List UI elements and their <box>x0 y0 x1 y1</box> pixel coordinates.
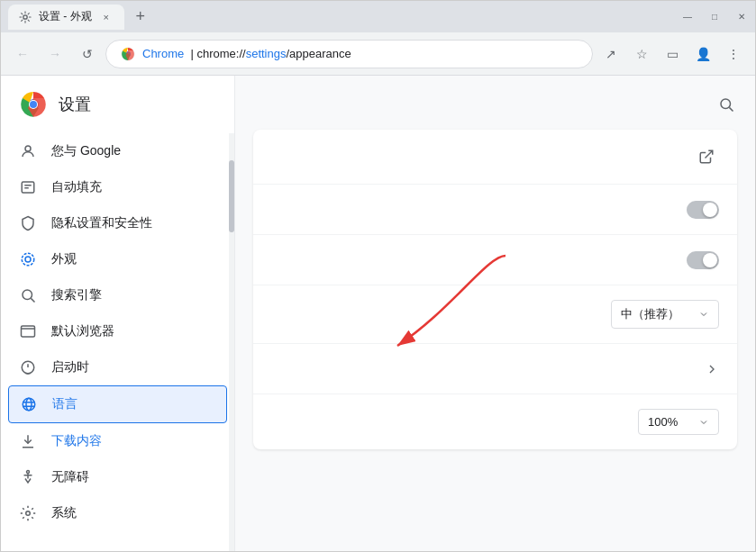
menu-button[interactable]: ⋮ <box>719 40 748 68</box>
settings-row-dropdown-1: 中（推荐） <box>253 285 737 344</box>
sidebar-label-system: 系统 <box>51 505 77 521</box>
address-right-buttons: ↗ ☆ ▭ 👤 ⋮ <box>597 40 748 68</box>
content-area: 中（推荐） 100% <box>235 76 755 551</box>
chrome-icon <box>121 47 135 61</box>
toggle-2[interactable] <box>687 251 719 269</box>
settings-title: 设置 <box>59 94 91 115</box>
sidebar-item-system[interactable]: 系统 <box>1 495 234 531</box>
sidebar-label-autofill: 自动填充 <box>51 179 102 195</box>
sidebar-label-you-google: 您与 Google <box>51 143 121 159</box>
svg-point-11 <box>22 253 34 266</box>
svg-point-0 <box>23 14 27 18</box>
refresh-button[interactable]: ↺ <box>73 40 102 68</box>
svg-rect-14 <box>22 326 35 337</box>
svg-point-27 <box>26 511 31 516</box>
svg-line-13 <box>31 298 34 302</box>
bookmark-button[interactable]: ☆ <box>627 40 656 68</box>
browser-window: 设置 - 外观 × + — □ ✕ ← → ↺ Chrom <box>0 0 756 552</box>
settings-row-external <box>253 130 737 185</box>
address-input[interactable]: Chrome | chrome://settings/appearance <box>105 40 593 68</box>
sidebar: 设置 您与 Google <box>1 76 235 551</box>
shield-icon <box>19 214 37 232</box>
svg-point-28 <box>721 99 731 109</box>
sidebar-item-language[interactable]: 语言 <box>8 385 227 423</box>
sidebar-item-you-google[interactable]: 您与 Google <box>1 133 234 169</box>
sidebar-item-appearance[interactable]: 外观 <box>1 241 234 277</box>
startup-icon <box>19 358 37 376</box>
scrollbar-track[interactable] <box>229 133 234 551</box>
sidebar-item-accessibility[interactable]: 无障碍 <box>1 459 234 495</box>
settings-row-arrow[interactable] <box>253 344 737 394</box>
window-controls: — □ ✕ <box>681 11 748 23</box>
address-bar: ← → ↺ Chrome | chrome://settings/appeara… <box>1 32 755 76</box>
dropdown-1[interactable]: 中（推荐） <box>611 300 719 329</box>
content-search-button[interactable] <box>712 90 741 119</box>
sidebar-label-accessibility: 无障碍 <box>51 469 89 485</box>
share-button[interactable]: ↗ <box>597 40 625 68</box>
sidebar-toggle-button[interactable]: ▭ <box>658 40 687 68</box>
title-bar-left: 设置 - 外观 × + <box>8 5 153 30</box>
maximize-button[interactable]: □ <box>708 11 721 23</box>
download-icon <box>19 432 37 450</box>
person-icon <box>19 142 37 160</box>
svg-point-24 <box>27 471 30 474</box>
sidebar-item-browser[interactable]: 默认浏览器 <box>1 313 234 349</box>
sidebar-nav: 您与 Google 自动填充 <box>1 133 234 549</box>
settings-card: 中（推荐） 100% <box>253 130 737 449</box>
external-link-icon <box>698 149 715 165</box>
new-tab-button[interactable]: + <box>128 5 153 30</box>
chevron-right-icon <box>705 362 719 376</box>
tab-close-button[interactable]: × <box>99 10 114 24</box>
sidebar-label-downloads: 下载内容 <box>51 433 102 449</box>
system-icon <box>19 504 37 522</box>
tab-label: 设置 - 外观 <box>39 9 92 24</box>
dropdown-2[interactable]: 100% <box>638 409 719 435</box>
svg-point-19 <box>26 398 32 411</box>
minimize-button[interactable]: — <box>681 11 694 23</box>
svg-point-6 <box>25 146 31 151</box>
sidebar-label-startup: 启动时 <box>51 359 89 376</box>
active-tab[interactable]: 设置 - 外观 × <box>8 5 124 30</box>
svg-point-18 <box>23 398 35 411</box>
sidebar-label-privacy: 隐私设置和安全性 <box>51 215 152 231</box>
sidebar-header: 设置 <box>1 76 234 133</box>
language-icon <box>20 395 38 413</box>
toggle-1[interactable] <box>687 201 719 219</box>
dropdown-2-value: 100% <box>648 415 678 429</box>
back-button[interactable]: ← <box>8 40 37 68</box>
search-icon <box>19 286 37 304</box>
appearance-icon <box>19 250 37 268</box>
dropdown-1-value: 中（推荐） <box>621 306 679 322</box>
svg-line-29 <box>729 107 733 111</box>
accessibility-icon <box>19 468 37 486</box>
settings-row-dropdown-2: 100% <box>253 394 737 449</box>
external-link-button[interactable] <box>694 144 719 169</box>
url-chrome-prefix: Chrome <box>142 47 184 60</box>
sidebar-label-search: 搜索引擎 <box>51 287 102 303</box>
svg-point-10 <box>25 257 31 262</box>
sidebar-label-language: 语言 <box>52 396 77 412</box>
forward-button[interactable]: → <box>41 40 69 68</box>
settings-row-toggle-1 <box>253 185 737 235</box>
close-button[interactable]: ✕ <box>735 11 748 23</box>
settings-row-toggle-2 <box>253 235 737 285</box>
chrome-logo <box>19 90 48 119</box>
sidebar-item-search[interactable]: 搜索引擎 <box>1 277 234 313</box>
search-icon <box>718 96 734 113</box>
sidebar-item-startup[interactable]: 启动时 <box>1 349 234 385</box>
chevron-down-icon-2 <box>698 417 709 428</box>
browser-icon <box>19 322 37 340</box>
svg-point-12 <box>23 290 32 300</box>
svg-point-5 <box>30 101 37 108</box>
url-highlight: settings <box>246 47 287 60</box>
sidebar-item-privacy[interactable]: 隐私设置和安全性 <box>1 205 234 241</box>
sidebar-label-browser: 默认浏览器 <box>51 323 114 339</box>
sidebar-item-autofill[interactable]: 自动填充 <box>1 169 234 205</box>
scrollbar-thumb[interactable] <box>229 160 234 232</box>
profile-button[interactable]: 👤 <box>688 40 717 68</box>
sidebar-item-downloads[interactable]: 下载内容 <box>1 423 234 459</box>
svg-line-30 <box>706 150 713 158</box>
autofill-icon <box>19 178 37 196</box>
main-content: 设置 您与 Google <box>1 76 755 551</box>
settings-tab-icon <box>19 11 32 23</box>
